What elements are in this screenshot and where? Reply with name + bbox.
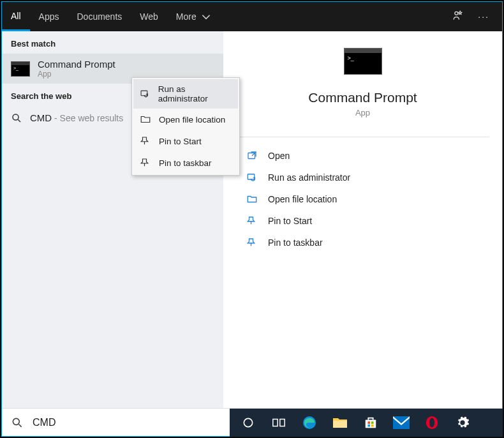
store-icon bbox=[364, 416, 378, 430]
action-label: Pin to Start bbox=[268, 216, 312, 226]
task-view-icon bbox=[272, 416, 286, 429]
result-title: Command Prompt bbox=[38, 59, 115, 70]
folder-icon bbox=[140, 114, 151, 125]
context-pin-to-start[interactable]: Pin to Start bbox=[133, 130, 238, 152]
action-label: Open file location bbox=[268, 194, 337, 204]
open-icon bbox=[246, 150, 258, 162]
gear-icon bbox=[456, 416, 470, 430]
command-prompt-icon bbox=[344, 48, 382, 75]
best-match-label: Best match bbox=[2, 31, 223, 54]
context-menu: Run as administrator Open file location … bbox=[131, 77, 240, 176]
details-title: Command Prompt bbox=[308, 90, 417, 105]
mail-icon bbox=[393, 416, 410, 429]
taskbar-edge[interactable] bbox=[296, 410, 323, 435]
search-icon bbox=[11, 112, 22, 124]
svg-point-0 bbox=[455, 11, 458, 15]
admin-shield-icon bbox=[246, 172, 258, 183]
svg-point-6 bbox=[244, 418, 252, 427]
action-open-file-location[interactable]: Open file location bbox=[240, 188, 485, 210]
web-query-hint: - See web results bbox=[52, 113, 123, 123]
action-pin-to-taskbar[interactable]: Pin to taskbar bbox=[240, 232, 485, 253]
action-label: Run as administrator bbox=[268, 172, 350, 183]
svg-rect-13 bbox=[371, 421, 374, 424]
pin-taskbar-icon bbox=[246, 237, 258, 248]
pin-start-icon bbox=[246, 215, 258, 227]
taskbar bbox=[230, 409, 503, 437]
taskbar-file-explorer[interactable] bbox=[327, 410, 353, 435]
action-pin-to-start[interactable]: Pin to Start bbox=[240, 210, 485, 232]
feedback-icon[interactable] bbox=[451, 10, 464, 24]
menu-label: Run as administrator bbox=[158, 84, 232, 103]
web-query-text: CMD bbox=[30, 112, 52, 123]
menu-label: Pin to Start bbox=[159, 137, 202, 146]
action-open[interactable]: Open bbox=[240, 145, 485, 167]
taskbar-task-view[interactable] bbox=[265, 410, 292, 435]
folder-icon bbox=[332, 416, 348, 429]
context-open-file-location[interactable]: Open file location bbox=[133, 109, 238, 130]
action-run-admin[interactable]: Run as administrator bbox=[240, 167, 485, 188]
svg-point-4 bbox=[13, 418, 19, 425]
circle-icon bbox=[242, 416, 255, 429]
details-subtitle: App bbox=[355, 108, 370, 117]
search-icon bbox=[11, 416, 24, 429]
menu-label: Pin to taskbar bbox=[159, 158, 212, 168]
chevron-down-icon bbox=[200, 11, 212, 22]
svg-rect-11 bbox=[366, 419, 376, 428]
svg-rect-8 bbox=[280, 419, 285, 427]
svg-rect-14 bbox=[367, 425, 370, 427]
tab-more[interactable]: More bbox=[167, 2, 221, 31]
menu-label: Open file location bbox=[159, 115, 225, 125]
tab-apps[interactable]: Apps bbox=[30, 2, 68, 31]
tab-documents[interactable]: Documents bbox=[68, 2, 131, 31]
folder-icon bbox=[246, 193, 258, 205]
taskbar-mail[interactable] bbox=[388, 410, 415, 435]
svg-rect-3 bbox=[248, 174, 255, 179]
details-panel: Command Prompt App Open Run as administr… bbox=[223, 31, 502, 408]
context-pin-to-taskbar[interactable]: Pin to taskbar bbox=[133, 152, 238, 174]
result-subtitle: App bbox=[38, 70, 115, 79]
svg-rect-15 bbox=[371, 425, 374, 427]
svg-rect-10 bbox=[333, 421, 347, 428]
svg-rect-5 bbox=[141, 91, 147, 96]
more-options-icon[interactable]: ··· bbox=[478, 11, 489, 22]
pin-start-icon bbox=[140, 135, 151, 147]
edge-icon bbox=[302, 415, 317, 430]
svg-rect-16 bbox=[393, 416, 410, 429]
taskbar-opera[interactable] bbox=[419, 410, 445, 435]
taskbar-cortana[interactable] bbox=[235, 410, 262, 435]
svg-point-18 bbox=[429, 418, 434, 428]
action-label: Open bbox=[268, 151, 290, 161]
command-prompt-icon bbox=[11, 61, 30, 77]
admin-shield-icon bbox=[140, 88, 151, 100]
svg-rect-7 bbox=[273, 419, 278, 427]
tab-web[interactable]: Web bbox=[131, 2, 167, 31]
tab-more-label: More bbox=[176, 11, 196, 22]
context-run-admin[interactable]: Run as administrator bbox=[133, 79, 238, 109]
pin-taskbar-icon bbox=[140, 157, 151, 169]
taskbar-microsoft-store[interactable] bbox=[357, 410, 384, 435]
tab-all[interactable]: All bbox=[2, 2, 30, 31]
taskbar-settings[interactable] bbox=[449, 410, 476, 435]
action-label: Pin to taskbar bbox=[268, 238, 323, 248]
svg-point-1 bbox=[13, 114, 19, 120]
opera-icon bbox=[425, 416, 439, 430]
svg-rect-12 bbox=[367, 421, 370, 424]
search-tab-bar: All Apps Documents Web More ··· bbox=[2, 2, 502, 31]
